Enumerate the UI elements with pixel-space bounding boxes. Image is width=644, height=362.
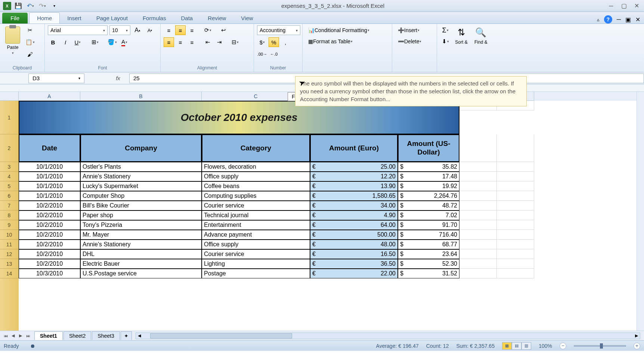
cell-date[interactable]: 10/2/2010 [19, 210, 80, 220]
cell-date[interactable]: 10/1/2010 [19, 181, 80, 191]
format-painter-button[interactable]: 🖌 [25, 49, 35, 59]
empty-cell[interactable] [459, 259, 497, 269]
cell-company[interactable]: Annie's Stationery [80, 172, 202, 181]
cell-company[interactable]: U.S.Postage service [80, 269, 202, 278]
empty-cell[interactable] [497, 162, 534, 172]
tab-data[interactable]: Data [173, 13, 200, 24]
cell-amount-usd[interactable]: $17.48 [398, 172, 459, 181]
empty-cell[interactable] [497, 201, 534, 210]
increase-decimal-button[interactable]: .00→ [257, 49, 267, 59]
empty-cell[interactable] [459, 191, 497, 201]
redo-button[interactable]: ↷▾ [37, 1, 47, 11]
row-header[interactable]: 1 [0, 101, 19, 134]
row-header[interactable]: 7 [0, 201, 19, 210]
empty-cell[interactable] [497, 259, 534, 269]
empty-cell[interactable] [459, 181, 497, 191]
align-center-button[interactable]: ≡ [175, 37, 186, 47]
underline-button[interactable]: U▾ [72, 37, 83, 47]
window-min-icon[interactable]: ─ [617, 16, 621, 23]
cell-date[interactable]: 10/2/2010 [19, 240, 80, 249]
window-close-icon[interactable]: ✕ [635, 16, 640, 23]
decrease-decimal-button[interactable]: ←.0 [269, 49, 279, 59]
page-break-view-button[interactable]: ▥ [521, 342, 531, 350]
fill-button[interactable]: ⬇▾ [440, 37, 451, 46]
copy-button[interactable]: 📋▾ [25, 37, 35, 47]
accounting-format-button[interactable]: $▾ [257, 37, 267, 47]
cell-date[interactable]: 10/1/2010 [19, 162, 80, 172]
cell-amount-euro[interactable]: €13.90 [310, 181, 398, 191]
cell-amount-usd[interactable]: $35.82 [398, 162, 459, 172]
cell-company[interactable]: Annie's Stationery [80, 240, 202, 249]
cell-company[interactable]: DHL [80, 249, 202, 259]
empty-cell[interactable] [459, 230, 497, 240]
cell-amount-euro[interactable]: €16.50 [310, 249, 398, 259]
empty-cell[interactable] [497, 230, 534, 240]
name-box[interactable]: D3▾ [28, 74, 84, 83]
cell-company[interactable]: Bill's Bike Courier [80, 201, 202, 210]
hscroll-thumb[interactable] [150, 333, 292, 338]
number-format-combo[interactable]: Accounting▾ [257, 25, 300, 35]
macro-record-icon[interactable]: ⏺ [30, 343, 35, 349]
cell-amount-euro[interactable]: €4.90 [310, 210, 398, 220]
fx-icon[interactable]: fx [107, 75, 129, 81]
cell-category[interactable]: Lighting [202, 259, 310, 269]
empty-cell[interactable] [459, 210, 497, 220]
row-header[interactable]: 11 [0, 240, 19, 249]
file-tab[interactable]: File [2, 13, 28, 24]
table-header[interactable]: Category [202, 134, 310, 162]
cell-date[interactable]: 10/1/2010 [19, 191, 80, 201]
close-button[interactable]: ✕ [632, 1, 641, 10]
decrease-font-button[interactable]: A▾ [145, 25, 155, 35]
align-left-button[interactable]: ≡ [164, 37, 174, 47]
help-icon[interactable]: ? [604, 15, 612, 24]
empty-cell[interactable] [459, 162, 497, 172]
cut-button[interactable]: ✂ [25, 25, 35, 35]
comma-format-button[interactable]: , [280, 37, 291, 47]
undo-button[interactable]: ↶▾ [25, 1, 35, 11]
empty-cell[interactable] [459, 220, 497, 230]
empty-cell[interactable] [497, 191, 534, 201]
font-size-combo[interactable]: 10▾ [109, 25, 130, 35]
empty-cell[interactable] [459, 249, 497, 259]
cell-company[interactable]: Computer Shop [80, 191, 202, 201]
column-header[interactable]: B [80, 92, 202, 101]
horizontal-scrollbar[interactable]: ◀ ▶ [136, 333, 640, 339]
empty-cell[interactable] [497, 249, 534, 259]
tab-formulas[interactable]: Formulas [135, 13, 174, 24]
cell-amount-usd[interactable]: $23.64 [398, 249, 459, 259]
cell-company[interactable]: Mr. Mayer [80, 230, 202, 240]
cell-amount-euro[interactable]: €36.50 [310, 259, 398, 269]
cell-category[interactable]: Entertainment [202, 220, 310, 230]
page-layout-view-button[interactable]: ▤ [512, 342, 521, 350]
sheet-next-button[interactable]: ▶ [17, 333, 24, 339]
cell-amount-usd[interactable]: $7.02 [398, 210, 459, 220]
cell-category[interactable]: Courier service [202, 201, 310, 210]
cell-category[interactable]: Courier service [202, 249, 310, 259]
cell-company[interactable]: Ostler's Plants [80, 162, 202, 172]
empty-cell[interactable] [497, 210, 534, 220]
cell-amount-euro[interactable]: €25.00 [310, 162, 398, 172]
cell-amount-usd[interactable]: $2,264.76 [398, 191, 459, 201]
minimize-ribbon-icon[interactable]: ▵ [597, 17, 600, 22]
cell-date[interactable]: 10/2/2010 [19, 230, 80, 240]
cell-date[interactable]: 10/2/2010 [19, 259, 80, 269]
sheet-tab-1[interactable]: Sheet1 [34, 331, 63, 340]
tab-review[interactable]: Review [200, 13, 233, 24]
row-header[interactable]: 8 [0, 210, 19, 220]
cell-category[interactable]: Advance payment [202, 230, 310, 240]
empty-cell[interactable] [497, 181, 534, 191]
font-name-combo[interactable]: Arial▾ [48, 25, 108, 35]
delete-cells-button[interactable]: ➖ Delete ▾ [395, 37, 424, 46]
percent-format-button[interactable]: % [269, 37, 279, 47]
cell-category[interactable]: Office supply [202, 172, 310, 181]
italic-button[interactable]: I [60, 37, 71, 47]
sheet-prev-button[interactable]: ◀ [10, 333, 16, 339]
sheet-first-button[interactable]: ⏮ [2, 333, 9, 339]
row-header[interactable]: 5 [0, 181, 19, 191]
sheet-tab-2[interactable]: Sheet2 [64, 331, 91, 340]
paste-button[interactable]: Paste ▾ [3, 25, 22, 56]
orientation-button[interactable]: ⟳▾ [202, 25, 213, 35]
cell-amount-usd[interactable]: $68.77 [398, 240, 459, 249]
empty-cell[interactable] [459, 134, 497, 162]
row-header[interactable]: 3 [0, 162, 19, 172]
